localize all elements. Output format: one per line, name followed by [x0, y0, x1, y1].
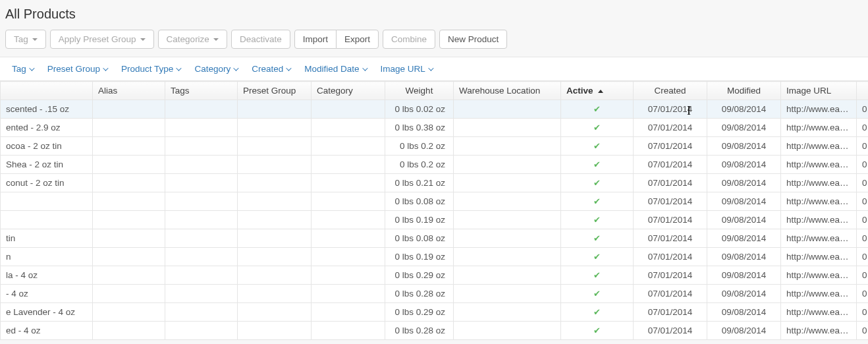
table-row[interactable]: ocoa - 2 oz tin0 lbs 0.2 oz✔07/01/201409… — [1, 137, 869, 156]
table-cell: 09/08/2014 — [707, 174, 781, 192]
table-cell — [454, 174, 561, 192]
table-cell: la - 4 oz — [1, 266, 93, 285]
filter-product-type[interactable]: Product Type — [121, 64, 180, 74]
caret-down-icon — [140, 38, 146, 41]
table-row[interactable]: scented - .15 oz0 lbs 0.02 oz✔07/01/2014… — [1, 100, 869, 119]
check-icon: ✔ — [593, 141, 601, 151]
table-cell — [454, 156, 561, 174]
col-header-weight[interactable]: Weight — [385, 82, 454, 100]
filter-category[interactable]: Category — [194, 64, 237, 74]
col-header-name[interactable] — [1, 82, 93, 100]
table-cell: 07/01/2014 — [634, 192, 707, 211]
filter-preset-group[interactable]: Preset Group — [47, 64, 107, 74]
col-header-modified[interactable]: Modified — [707, 82, 781, 100]
filter-created[interactable]: Created — [252, 64, 290, 74]
table-cell: 07/01/2014 — [634, 211, 707, 229]
table-cell — [93, 229, 165, 248]
export-button[interactable]: Export — [336, 30, 379, 49]
table-cell: 0 — [857, 174, 869, 192]
table-cell — [238, 137, 312, 156]
table-cell: ✔ — [561, 303, 634, 322]
table-cell — [238, 192, 312, 211]
table-row[interactable]: - 4 oz0 lbs 0.28 oz✔07/01/201409/08/2014… — [1, 285, 869, 303]
table-row[interactable]: conut - 2 oz tin0 lbs 0.21 oz✔07/01/2014… — [1, 174, 869, 192]
table-cell — [312, 248, 385, 266]
filter-tag[interactable]: Tag — [12, 64, 33, 74]
table-cell — [454, 100, 561, 119]
deactivate-button[interactable]: Deactivate — [231, 30, 290, 49]
caret-down-icon — [32, 38, 38, 41]
table-row[interactable]: ented - 2.9 oz0 lbs 0.38 oz✔07/01/201409… — [1, 119, 869, 137]
table-cell — [93, 156, 165, 174]
table-cell — [312, 156, 385, 174]
table-row[interactable]: tin0 lbs 0.08 oz✔07/01/201409/08/2014htt… — [1, 229, 869, 248]
col-header-active[interactable]: Active — [561, 82, 634, 100]
table-cell: http://www.eart... — [781, 322, 857, 340]
col-header-image-url[interactable]: Image URL — [781, 82, 857, 100]
table-cell: ✔ — [561, 174, 634, 192]
table-cell: Shea - 2 oz tin — [1, 156, 93, 174]
table-cell: http://www.eart... — [781, 266, 857, 285]
table-cell — [312, 229, 385, 248]
combine-button[interactable]: Combine — [383, 30, 435, 49]
table-row[interactable]: Shea - 2 oz tin0 lbs 0.2 oz✔07/01/201409… — [1, 156, 869, 174]
table-cell — [93, 100, 165, 119]
table-cell — [165, 137, 238, 156]
table-cell: 0 lbs 0.08 oz — [385, 192, 454, 211]
filter-modified-date[interactable]: Modified Date — [304, 64, 366, 74]
table-row[interactable]: e Lavender - 4 oz0 lbs 0.29 oz✔07/01/201… — [1, 303, 869, 322]
table-cell: 07/01/2014 — [634, 303, 707, 322]
table-row[interactable]: 0 lbs 0.08 oz✔07/01/201409/08/2014http:/… — [1, 192, 869, 211]
tag-button[interactable]: Tag — [5, 30, 46, 49]
table-row[interactable]: la - 4 oz0 lbs 0.29 oz✔07/01/201409/08/2… — [1, 266, 869, 285]
table-cell: 0 — [857, 192, 869, 211]
filter-product-type-label: Product Type — [121, 64, 173, 74]
col-header-created[interactable]: Created — [634, 82, 707, 100]
table-cell — [238, 303, 312, 322]
table-row[interactable]: ed - 4 oz0 lbs 0.28 oz✔07/01/201409/08/2… — [1, 322, 869, 340]
table-cell — [165, 266, 238, 285]
table-cell: e Lavender - 4 oz — [1, 303, 93, 322]
col-header-extra[interactable] — [857, 82, 869, 100]
col-header-warehouse[interactable]: Warehouse Location — [454, 82, 561, 100]
table-cell: 0 — [857, 119, 869, 137]
table-cell: 0 — [857, 285, 869, 303]
table-cell — [312, 266, 385, 285]
col-header-preset-group[interactable]: Preset Group — [238, 82, 312, 100]
table-cell: 0 — [857, 100, 869, 119]
table-cell: 09/08/2014 — [707, 248, 781, 266]
table-cell: 09/08/2014 — [707, 211, 781, 229]
table-cell: ✔ — [561, 285, 634, 303]
filter-image-url[interactable]: Image URL — [381, 64, 432, 74]
filter-preset-group-label: Preset Group — [47, 64, 100, 74]
categorize-button[interactable]: Categorize — [158, 30, 227, 49]
table-cell: 09/08/2014 — [707, 285, 781, 303]
import-button[interactable]: Import — [294, 30, 337, 49]
table-row[interactable]: 0 lbs 0.19 oz✔07/01/201409/08/2014http:/… — [1, 211, 869, 229]
table-cell — [165, 322, 238, 340]
table-cell — [93, 303, 165, 322]
page-title: All Products — [5, 7, 863, 22]
table-cell — [93, 211, 165, 229]
table-cell: http://www.eart... — [781, 137, 857, 156]
table-cell: 0 lbs 0.2 oz — [385, 137, 454, 156]
table-cell — [238, 229, 312, 248]
table-cell — [238, 119, 312, 137]
apply-preset-group-button[interactable]: Apply Preset Group — [50, 30, 154, 49]
check-icon: ✔ — [593, 159, 601, 169]
table-row[interactable]: n0 lbs 0.19 oz✔07/01/201409/08/2014http:… — [1, 248, 869, 266]
col-header-category[interactable]: Category — [312, 82, 385, 100]
new-product-button[interactable]: New Product — [439, 30, 507, 49]
table-cell — [312, 137, 385, 156]
table-cell: 0 — [857, 322, 869, 340]
table-cell: 0 lbs 0.28 oz — [385, 285, 454, 303]
table-cell — [238, 211, 312, 229]
col-header-alias[interactable]: Alias — [93, 82, 165, 100]
check-icon: ✔ — [593, 270, 601, 280]
table-cell — [165, 229, 238, 248]
table-cell: 07/01/2014 — [634, 174, 707, 192]
caret-down-icon — [213, 38, 219, 41]
table-cell: 0 — [857, 229, 869, 248]
table-cell: ✔ — [561, 119, 634, 137]
col-header-tags[interactable]: Tags — [165, 82, 238, 100]
